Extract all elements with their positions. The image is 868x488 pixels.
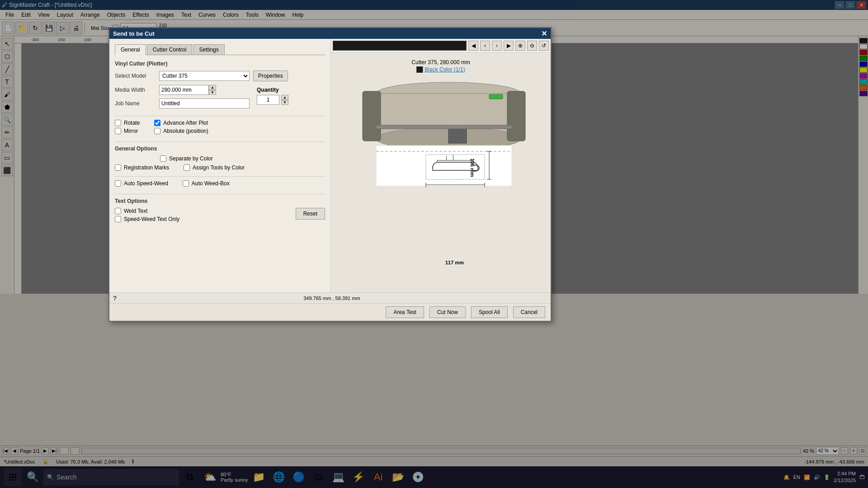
dialog-title: Send to be Cut (113, 30, 155, 37)
divider1 (115, 116, 325, 116)
spool-all-button[interactable]: Spool All (471, 306, 508, 318)
quantity-down[interactable]: ▼ (281, 100, 288, 105)
select-model-label: Select Model (115, 73, 156, 79)
tab-general[interactable]: General (115, 44, 146, 55)
preview-toolbar: ◀ ‹ › ▶ ⊕ ⊖ ↺ (331, 39, 551, 53)
reset-button[interactable]: Reset (296, 208, 325, 220)
assign-tools-checkbox[interactable] (184, 164, 190, 171)
general-options-section: General Options Separate by Color Regist… (115, 145, 325, 188)
auto-speed-weed-row: Auto Speed-Weed (115, 180, 168, 187)
separate-by-color-checkbox[interactable] (160, 155, 166, 162)
text-options-section: Text Options Weld Text Speed-Weed Text O… (115, 198, 325, 224)
advance-after-plot-label[interactable]: Advance After Plot (163, 120, 208, 126)
speed-weed-text-label[interactable]: Speed-Weed Text Only (124, 216, 179, 222)
auto-weed-box-label[interactable]: Auto Weed-Box (192, 180, 230, 187)
preview-zoom-out-button[interactable]: ⊖ (527, 41, 537, 51)
dialog-statusbar: ? 349.765 mm , 58.391 mm (109, 292, 551, 303)
properties-button[interactable]: Properties (253, 70, 288, 81)
media-width-up[interactable]: ▲ (209, 85, 216, 90)
dialog-close-button[interactable]: ✕ (541, 29, 547, 38)
media-width-row: Media Width 280.000 mm ▲ ▼ (115, 85, 250, 95)
divider3 (115, 176, 325, 177)
text-options-title: Text Options (115, 198, 325, 204)
preview-progress-bar (333, 41, 467, 51)
speed-weed-text-row: Speed-Weed Text Only (115, 216, 179, 222)
cutter-info: Cutter 375, 280.000 mm Black Color (1/1) (411, 59, 470, 73)
svg-rect-7 (376, 125, 512, 129)
svg-rect-3 (507, 91, 525, 141)
rotate-label[interactable]: Rotate (124, 120, 140, 126)
weld-text-checkbox[interactable] (115, 208, 121, 214)
svg-rect-6 (448, 127, 467, 143)
mirror-row: Mirror (115, 128, 140, 134)
media-width-down[interactable]: ▼ (209, 90, 216, 95)
divider4 (115, 194, 325, 194)
divider2 (115, 141, 325, 142)
preview-refresh-button[interactable]: ↺ (539, 41, 549, 51)
quantity-input[interactable]: 1 (257, 95, 279, 105)
quantity-up[interactable]: ▲ (281, 95, 288, 100)
auto-speed-weed-checkbox[interactable] (115, 180, 121, 187)
dialog-titlebar: Send to be Cut ✕ (109, 28, 551, 39)
absolute-position-row: Absolute (position) (154, 128, 208, 134)
preview-zoom-in-button[interactable]: ⊕ (515, 41, 525, 51)
mirror-label[interactable]: Mirror (124, 128, 138, 134)
send-to-cut-dialog: Send to be Cut ✕ General Cutter Control … (108, 27, 552, 322)
cancel-button[interactable]: Cancel (513, 306, 545, 318)
weld-text-label[interactable]: Weld Text (124, 208, 147, 214)
registration-marks-label[interactable]: Registration Marks (124, 164, 169, 171)
rotate-checkbox[interactable] (115, 120, 121, 126)
height-dim-label: 106 mm (470, 159, 476, 177)
cutter-illustration (358, 75, 530, 193)
registration-marks-checkbox[interactable] (115, 164, 121, 171)
vinyl-section: Vinyl Cutter (Plotter) Select Model Cutt… (115, 61, 325, 136)
media-width-label: Media Width (115, 87, 156, 93)
registration-marks-row: Registration Marks (115, 164, 169, 171)
select-model-row: Select Model Cutter 375 Properties (115, 70, 325, 81)
auto-weed-box-row: Auto Weed-Box (183, 180, 230, 187)
advance-after-plot-checkbox[interactable] (154, 120, 160, 126)
separate-by-color-label[interactable]: Separate by Color (169, 155, 213, 162)
preview-panel: ◀ ‹ › ▶ ⊕ ⊖ ↺ Cutter 375, 280.000 mm Bla… (331, 39, 551, 292)
select-model-select[interactable]: Cutter 375 (159, 71, 250, 81)
dialog-coords: 349.765 mm , 58.391 mm (303, 296, 360, 301)
vinyl-section-title: Vinyl Cutter (Plotter) (115, 61, 325, 67)
assign-tools-row: Assign Tools by Color (184, 164, 245, 171)
absolute-position-label[interactable]: Absolute (position) (163, 128, 208, 134)
preview-next-button[interactable]: › (492, 41, 502, 51)
auto-speed-weed-label[interactable]: Auto Speed-Weed (124, 180, 168, 187)
general-options-title: General Options (115, 145, 325, 152)
preview-next2-button[interactable]: ▶ (504, 41, 514, 51)
advance-after-plot-row: Advance After Plot (154, 120, 208, 126)
tab-settings[interactable]: Settings (193, 44, 224, 55)
preview-content: Cutter 375, 280.000 mm Black Color (1/1) (331, 53, 551, 292)
media-width-input[interactable]: 280.000 mm (159, 85, 209, 95)
preview-prev2-button[interactable]: ‹ (480, 41, 490, 51)
absolute-position-checkbox[interactable] (154, 128, 160, 134)
preview-prev-button[interactable]: ◀ (468, 41, 478, 51)
separate-by-color-row: Separate by Color (160, 155, 325, 162)
form-panel: General Cutter Control Settings Vinyl Cu… (109, 39, 331, 292)
svg-rect-4 (363, 91, 381, 141)
dialog-footer: Area Test Cut Now Spool All Cancel (109, 303, 551, 321)
dialog-tabs: General Cutter Control Settings (115, 44, 325, 55)
cut-now-button[interactable]: Cut Now (429, 306, 466, 318)
auto-weed-box-checkbox[interactable] (183, 180, 189, 187)
speed-weed-text-checkbox[interactable] (115, 216, 121, 222)
quantity-label: Quantity (257, 87, 288, 93)
weld-text-row: Weld Text (115, 208, 179, 214)
assign-tools-label[interactable]: Assign Tools by Color (193, 164, 245, 171)
job-name-row: Job Name Untitled (115, 99, 250, 108)
area-test-button[interactable]: Area Test (386, 306, 424, 318)
cutter-info-text: Cutter 375, 280.000 mm (411, 59, 470, 66)
help-icon[interactable]: ? (113, 295, 117, 302)
tab-cutter-control[interactable]: Cutter Control (147, 44, 193, 55)
color-label-preview[interactable]: Black Color (1/1) (425, 66, 465, 73)
quantity-controls: ▲ ▼ (281, 95, 288, 105)
job-name-input[interactable]: Untitled (159, 99, 250, 108)
svg-rect-5 (489, 94, 503, 99)
mirror-checkbox[interactable] (115, 128, 121, 134)
svg-rect-10 (426, 155, 485, 179)
width-dim-label: 117 mm (445, 260, 464, 265)
rotate-row: Rotate (115, 120, 140, 126)
